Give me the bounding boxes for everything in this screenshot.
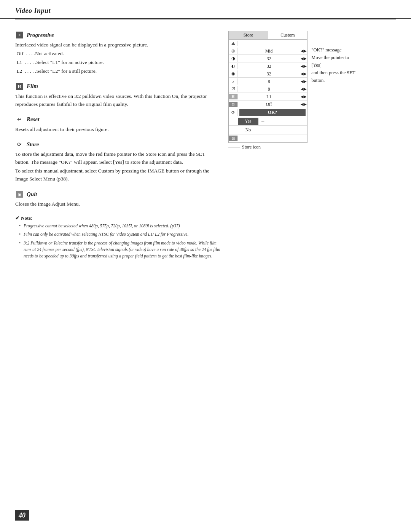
diagram-ok-area: ⟳ OK? xyxy=(229,108,307,117)
section-title-reset: ↩ Reset xyxy=(15,115,221,124)
annotation-line2: Move the pointer to [Yes] xyxy=(311,54,358,69)
diagram-row-5: ♪ 8 ◀▶ xyxy=(229,78,307,85)
content-area: ≡ Progressive Interlaced video signal ca… xyxy=(0,19,411,269)
diagram-top-row xyxy=(229,40,307,47)
reset-title: Reset xyxy=(27,116,39,123)
section-quit: ▣ Quit Closes the Image Adjust Menu. xyxy=(15,190,221,208)
store-icon-text: Store icon xyxy=(242,144,261,150)
progressive-body: Interlaced video signal can be displayed… xyxy=(15,41,221,75)
store-body: To store the adjustment data, move the r… xyxy=(15,150,221,183)
ok-label: OK? xyxy=(239,109,306,116)
section-title-store: ⟳ Store xyxy=(15,140,221,149)
ui-diagram: Store Custom ◎ Mid ◀▶ xyxy=(228,31,307,143)
note-title: ✔ Note: xyxy=(15,215,221,221)
store-title: Store xyxy=(27,141,39,148)
diagram-row-4: ◉ 32 ◀▶ xyxy=(229,70,307,78)
film-title: Film xyxy=(27,83,38,89)
diagram-row-6: ☑ 8 ◀▶ xyxy=(229,85,307,93)
note-item-1: Progressive cannot be selected when 480p… xyxy=(19,223,221,229)
film-icon: H xyxy=(15,82,24,91)
diagram-store-icon-row: ⊡ xyxy=(229,134,307,142)
reset-icon: ↩ xyxy=(15,115,24,124)
note-section: ✔ Note: Progressive cannot be selected w… xyxy=(15,215,221,259)
diagram-row-2: ◑ 32 ◀▶ xyxy=(229,55,307,62)
left-column: ≡ Progressive Interlaced video signal ca… xyxy=(15,31,221,261)
diagram-row-3: ◐ 32 ◀▶ xyxy=(229,62,307,70)
reset-body: Resets all adjustment to their previous … xyxy=(15,126,221,134)
diagram-row-8: ⊡ Off ◀▶ xyxy=(229,101,307,108)
section-film: H Film This function is effective on 3:2… xyxy=(15,82,221,109)
quit-icon: ▣ xyxy=(15,190,24,198)
annotation-line1: "OK?" message xyxy=(311,46,358,54)
yes-arrow: ← xyxy=(258,118,268,125)
progressive-icon: ≡ xyxy=(15,31,24,39)
diagram-header-store: Store xyxy=(229,31,268,39)
annotation-line4: button. xyxy=(311,77,358,84)
quit-title: Quit xyxy=(27,191,37,198)
progressive-title: Progressive xyxy=(27,32,54,38)
section-store: ⟳ Store To store the adjustment data, mo… xyxy=(15,140,221,183)
diagram-header: Store Custom xyxy=(229,31,307,40)
diagram-header-custom: Custom xyxy=(268,31,307,39)
quit-body: Closes the Image Adjust Menu. xyxy=(15,200,221,208)
diagram-yes-row: Yes ← xyxy=(229,117,307,126)
store-icon: ⟳ xyxy=(15,140,24,149)
diagram-row-7: H L1 ◀▶ xyxy=(229,93,307,101)
section-title-film: H Film xyxy=(15,82,221,91)
page-header: Video Input xyxy=(0,0,411,19)
page-number: 40 xyxy=(15,510,29,521)
diagram-up-icon xyxy=(229,41,238,46)
no-label: No xyxy=(238,126,258,134)
note-item-3: 3:2 Pulldown or Telecine transfer is the… xyxy=(19,240,221,260)
diagram-row: Store Custom ◎ Mid ◀▶ xyxy=(228,31,358,143)
right-column: Store Custom ◎ Mid ◀▶ xyxy=(228,31,358,261)
section-reset: ↩ Reset Resets all adjustment to their p… xyxy=(15,115,221,134)
page-title: Video Input xyxy=(15,7,51,14)
note-item-2: Film can only be activated when selectin… xyxy=(19,231,221,238)
annotation-line3: and then press the SET xyxy=(311,69,358,77)
yes-label: Yes xyxy=(238,118,258,125)
store-icon-small: ⊡ xyxy=(229,136,238,141)
store-icon-line xyxy=(228,147,240,147)
diagram-no-row: No xyxy=(229,126,307,134)
section-title-progressive: ≡ Progressive xyxy=(15,31,221,39)
film-body: This function is effective on 3:2 pulldo… xyxy=(15,93,221,109)
diagram-row-1: ◎ Mid ◀▶ xyxy=(229,47,307,55)
section-progressive: ≡ Progressive Interlaced video signal ca… xyxy=(15,31,221,75)
store-icon-annotation: Store icon xyxy=(228,144,261,150)
ok-row-icon: ⟳ xyxy=(229,109,238,116)
note-body: Progressive cannot be selected when 480p… xyxy=(15,223,221,259)
diagram-annotation: "OK?" message Move the pointer to [Yes] … xyxy=(311,46,358,84)
section-title-quit: ▣ Quit xyxy=(15,190,221,198)
